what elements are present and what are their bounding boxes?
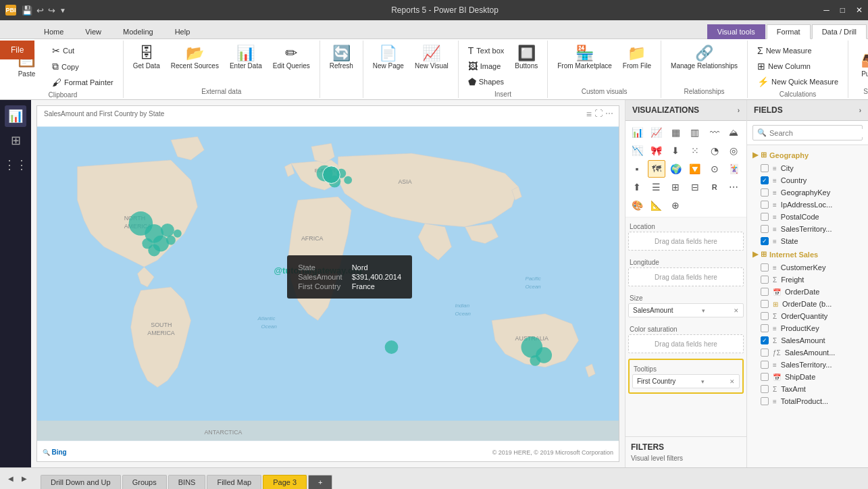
viz-analytics-icon[interactable]: 📐 (648, 197, 665, 214)
publish-button[interactable]: 📤 Publish (854, 43, 868, 80)
salesterritory2-checkbox[interactable] (761, 361, 769, 369)
totalproduct-checkbox[interactable] (761, 397, 769, 405)
productkey-checkbox[interactable] (761, 324, 769, 332)
field-item-freight[interactable]: Σ Freight (747, 274, 868, 286)
tab-drill-down-up[interactable]: Drill Down and Up (41, 475, 121, 489)
viz-slicer-icon[interactable]: ☰ (648, 178, 665, 196)
viz-funnel-icon[interactable]: 🔽 (686, 160, 704, 178)
report-view-icon[interactable]: 📊 (5, 105, 26, 127)
visual-more-icon[interactable]: ≡ (586, 109, 592, 120)
minimize-button[interactable]: ─ (823, 5, 829, 15)
add-page-button[interactable]: + (308, 475, 332, 489)
freight-checkbox[interactable] (761, 276, 769, 284)
viz-format-icon[interactable]: 🎨 (628, 197, 646, 214)
orderdate-checkbox[interactable] (761, 288, 769, 296)
status-prev-button[interactable]: ◀ (5, 473, 16, 484)
tab-bins[interactable]: BINS (168, 475, 206, 489)
tab-format[interactable]: Format (767, 24, 811, 39)
orderdate-b-checkbox[interactable] (761, 300, 769, 308)
viz-table-icon[interactable]: ⊞ (667, 178, 684, 196)
field-item-orderdate[interactable]: 📅 OrderDate (747, 286, 868, 298)
quick-access-undo[interactable]: ↩ (36, 5, 44, 16)
enter-data-button[interactable]: 📊 Enter Data (226, 43, 266, 73)
field-item-postalcode[interactable]: ≡ PostalCode (747, 211, 868, 223)
image-button[interactable]: 🖼Image (464, 59, 509, 74)
tab-visual-tools[interactable]: Visual tools (707, 24, 765, 39)
viz-pie-icon[interactable]: ◔ (706, 142, 723, 159)
viz-gauge-icon[interactable]: ⊙ (706, 160, 723, 178)
viz-bar-chart-icon[interactable]: 📊 (628, 124, 646, 141)
viz-r-visual-icon[interactable]: R (706, 178, 723, 196)
size-field-pill[interactable]: SalesAmount ▾ ✕ (628, 303, 744, 317)
viz-more-icon[interactable]: ⋯ (725, 178, 742, 196)
field-item-ipaddress[interactable]: ≡ IpAddressLoc... (747, 199, 868, 211)
field-item-orderdate-b[interactable]: ⊞ OrderDate (b... (747, 298, 868, 310)
color-drop-zone[interactable]: Drag data fields here (628, 334, 744, 353)
field-item-geographykey[interactable]: ≡ GeographyKey (747, 186, 868, 199)
status-next-button[interactable]: ▶ (19, 473, 30, 484)
viz-stacked-bar-icon[interactable]: ▦ (667, 124, 684, 141)
location-drop-zone[interactable]: Drag data fields here (628, 232, 744, 251)
viz-ribbon-chart-icon[interactable]: 🎀 (648, 142, 665, 159)
manage-relationships-button[interactable]: 🔗 Manage Relationships (667, 43, 742, 73)
viz-waterfall-icon[interactable]: ⬇ (667, 142, 684, 159)
viz-filled-map-icon[interactable]: 🌍 (667, 160, 684, 178)
tab-view[interactable]: View (75, 24, 111, 38)
fields-panel-expand-icon[interactable]: › (859, 107, 861, 114)
viz-fields-icon[interactable]: ⊕ (667, 197, 684, 214)
model-view-icon[interactable]: ⋮⋮ (5, 154, 26, 176)
tab-page3[interactable]: Page 3 (263, 475, 307, 489)
quick-access-redo[interactable]: ↪ (48, 5, 55, 16)
viz-scatter-icon[interactable]: ⁙ (686, 142, 704, 159)
country-checkbox[interactable]: ✓ (761, 176, 769, 184)
geography-group-header[interactable]: ▶ ⊞ Geography (747, 148, 868, 162)
tab-home[interactable]: Home (34, 24, 74, 38)
new-page-button[interactable]: 📄 New Page (369, 43, 408, 73)
new-column-button[interactable]: ⊞New Column (753, 59, 842, 74)
field-item-salesamount-calc[interactable]: ƒΣ SalesAmount... (747, 346, 868, 359)
edit-queries-button[interactable]: ✏ Edit Queries (269, 43, 314, 73)
pill-chevron-icon[interactable]: ▾ (702, 307, 705, 314)
ipaddress-checkbox[interactable] (761, 201, 769, 209)
from-file-button[interactable]: 📁 From File (619, 43, 655, 73)
viz-area-chart-icon[interactable]: ⛰ (725, 124, 742, 141)
tooltips-field-pill[interactable]: First Country ▾ ✕ (632, 374, 740, 388)
get-data-button[interactable]: 🗄 Get Data (129, 43, 164, 73)
tab-groups[interactable]: Groups (122, 475, 167, 489)
text-box-button[interactable]: TText box (464, 43, 509, 58)
viz-treemap-icon[interactable]: ▪ (628, 160, 646, 178)
field-item-productkey[interactable]: ≡ ProductKey (747, 322, 868, 334)
field-item-salesterritory[interactable]: ≡ SalesTerritory... (747, 223, 868, 235)
longitude-drop-zone[interactable]: Drag data fields here (628, 267, 744, 286)
quick-access-save[interactable]: 💾 (22, 5, 32, 16)
close-button[interactable]: ✕ (856, 5, 863, 15)
viz-card-icon[interactable]: 🃏 (725, 160, 742, 178)
field-item-state[interactable]: ✓ ≡ State (747, 235, 868, 247)
viz-column-chart-icon[interactable]: 📈 (648, 124, 665, 141)
visual-expand-icon[interactable]: ⛶ (594, 109, 603, 120)
cut-button[interactable]: ✂Cut (48, 43, 118, 58)
refresh-button[interactable]: 🔄 Refresh (326, 43, 357, 73)
buttons-button[interactable]: 🔲 Buttons (511, 43, 542, 73)
new-visual-button[interactable]: 📈 New Visual (411, 43, 453, 73)
quick-access-more[interactable]: ▼ (59, 7, 66, 14)
data-view-icon[interactable]: ⊞ (5, 130, 26, 151)
city-checkbox[interactable] (761, 164, 769, 172)
shipdate-checkbox[interactable] (761, 373, 769, 381)
recent-sources-button[interactable]: 📂 Recent Sources (167, 43, 223, 73)
viz-line-chart-icon[interactable]: 〰 (706, 124, 723, 141)
maximize-button[interactable]: □ (840, 5, 845, 15)
copy-button[interactable]: ⧉Copy (48, 59, 118, 74)
tab-filled-map[interactable]: Filled Map (207, 475, 261, 489)
tab-help[interactable]: Help (165, 24, 201, 38)
tab-modeling[interactable]: Modeling (113, 24, 163, 38)
field-item-salesamount[interactable]: ✓ Σ SalesAmount (747, 334, 868, 346)
pill-remove-icon[interactable]: ✕ (734, 307, 739, 314)
field-item-taxamt[interactable]: Σ TaxAmt (747, 383, 868, 395)
viz-matrix-icon[interactable]: ⊟ (686, 178, 704, 196)
shapes-button[interactable]: ⬟Shapes (464, 74, 509, 89)
taxamt-checkbox[interactable] (761, 385, 769, 393)
field-item-city[interactable]: ≡ City (747, 162, 868, 174)
internet-sales-group-header[interactable]: ▶ ⊞ Internet Sales (747, 247, 868, 261)
field-item-totalproduct[interactable]: ≡ TotalProduct... (747, 395, 868, 407)
